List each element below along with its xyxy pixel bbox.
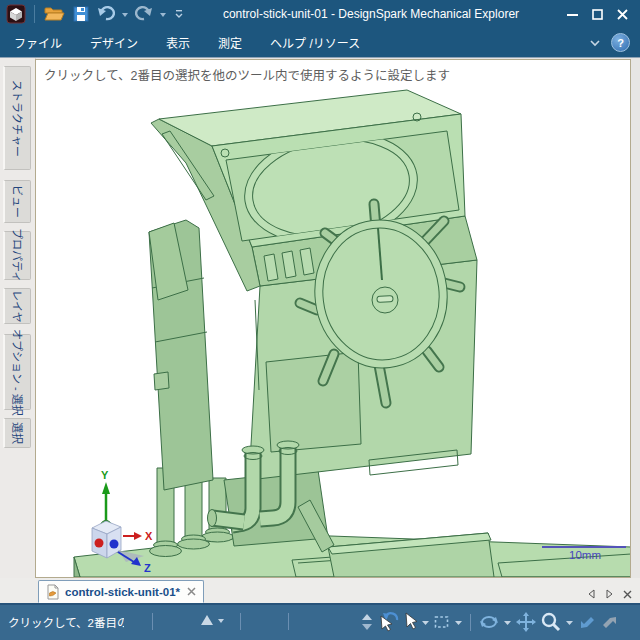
viewport-hint-text: クリックして、2番目の選択を他のツール内で使用するように設定します — [44, 65, 450, 84]
menu-view[interactable]: 表示 — [152, 28, 204, 57]
detail-dropdown-icon — [217, 613, 225, 627]
orbit-dropdown-icon[interactable] — [503, 611, 512, 633]
selection-spinner-icon[interactable] — [360, 611, 374, 633]
axis-y-label: Y — [101, 469, 109, 481]
axis-triad[interactable]: Y X Z — [76, 468, 176, 574]
axis-z-label: Z — [144, 562, 151, 574]
scale-bar: 10mm — [542, 546, 628, 561]
menu-measure[interactable]: 測定 — [204, 28, 256, 57]
customize-toolbar-icon[interactable] — [173, 4, 185, 24]
zoom-icon[interactable] — [540, 611, 562, 633]
toolbar-separator — [34, 5, 35, 23]
window-controls — [567, 9, 640, 20]
view-tools — [360, 611, 620, 633]
menu-design[interactable]: デザイン — [76, 28, 152, 57]
select-dropdown-icon[interactable] — [421, 611, 430, 633]
box-select-dropdown-icon[interactable] — [454, 611, 463, 633]
undo-dropdown-icon[interactable] — [121, 4, 129, 24]
next-view-icon[interactable] — [600, 611, 620, 633]
3d-viewport[interactable]: クリックして、2番目の選択を他のツール内で使用するように設定します Y X — [35, 59, 631, 578]
redo-dropdown-icon[interactable] — [159, 4, 167, 24]
axis-x-label: X — [145, 530, 153, 542]
minimize-icon[interactable] — [567, 9, 578, 20]
panel-tab-structure[interactable]: ストラクチャー — [3, 66, 31, 170]
status-separator — [152, 613, 153, 630]
app-window: control-stick-unit-01 - DesignSpark Mech… — [0, 0, 640, 640]
previous-view-icon[interactable] — [577, 611, 597, 633]
scale-bar-label: 10mm — [542, 549, 628, 561]
status-separator — [470, 614, 471, 631]
window-title: control-stick-unit-01 - DesignSpark Mech… — [185, 7, 567, 21]
panel-tab-layers[interactable]: レイヤ — [3, 288, 31, 324]
tab-scroll-left-icon[interactable] — [587, 589, 596, 599]
box-select-icon[interactable] — [433, 611, 451, 633]
quick-access-toolbar — [0, 4, 185, 24]
select-previous-icon[interactable] — [377, 611, 400, 633]
document-tab-bar: control-stick-unit-01* — [0, 578, 640, 603]
document-tab-active[interactable]: control-stick-unit-01* — [38, 580, 204, 603]
menu-file[interactable]: ファイル — [0, 28, 76, 57]
tab-scroll-right-icon[interactable] — [605, 589, 614, 599]
tab-list-close-icon[interactable] — [623, 590, 632, 599]
panel-tab-options-selection[interactable]: オプション - 選択 — [3, 334, 31, 410]
save-icon[interactable] — [71, 4, 91, 24]
redo-icon[interactable] — [135, 4, 153, 24]
panel-tab-view[interactable]: ビュー — [3, 180, 31, 223]
detail-level-button[interactable] — [200, 613, 225, 627]
side-panel-tabs: ストラクチャー ビュー プロパティ レイヤ オプション - 選択 選択 — [0, 58, 36, 578]
tab-navigation — [587, 589, 640, 603]
open-file-icon[interactable] — [43, 4, 65, 24]
scale-bar-line — [542, 546, 626, 548]
maximize-icon[interactable] — [592, 9, 603, 20]
panel-tab-properties[interactable]: プロパティ — [3, 231, 31, 280]
detail-triangle-icon — [200, 613, 214, 627]
app-logo-icon[interactable] — [6, 4, 26, 24]
document-tab-label: control-stick-unit-01* — [65, 586, 180, 598]
status-separator — [240, 613, 241, 630]
undo-icon[interactable] — [97, 4, 115, 24]
close-icon[interactable] — [617, 9, 628, 20]
design-document-icon — [46, 584, 60, 600]
title-bar: control-stick-unit-01 - DesignSpark Mech… — [0, 0, 640, 28]
status-bar: クリックして、2番目の選択 — [0, 603, 640, 640]
help-icon[interactable]: ? — [611, 33, 630, 52]
orbit-icon[interactable] — [478, 611, 500, 633]
status-message: クリックして、2番目の選択 — [8, 614, 124, 630]
tab-close-icon[interactable] — [187, 587, 196, 596]
pan-icon[interactable] — [515, 611, 537, 633]
menu-help-resources[interactable]: ヘルプ /リソース — [256, 28, 374, 57]
select-cursor-icon[interactable] — [403, 611, 418, 633]
workspace: ストラクチャー ビュー プロパティ レイヤ オプション - 選択 選択 — [0, 57, 640, 578]
zoom-dropdown-icon[interactable] — [565, 611, 574, 633]
panel-tab-selection[interactable]: 選択 — [3, 418, 31, 448]
menu-bar: ファイル デザイン 表示 測定 ヘルプ /リソース ? — [0, 28, 640, 57]
status-separator — [288, 613, 289, 630]
ribbon-collapse-icon[interactable] — [589, 37, 601, 49]
